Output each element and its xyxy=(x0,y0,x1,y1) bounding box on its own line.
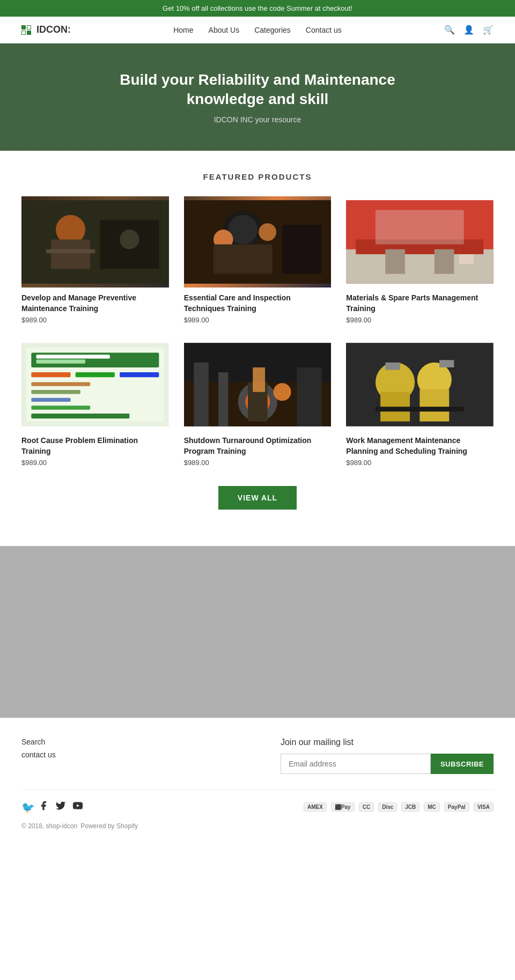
mailing-heading: Join our mailing list xyxy=(281,738,494,747)
svg-rect-41 xyxy=(297,367,321,426)
footer-link-search[interactable]: Search xyxy=(21,738,56,746)
svg-point-4 xyxy=(120,230,139,249)
hero-subtitle: IDCON INC your resource xyxy=(214,115,301,124)
product-title-5: Shutdown Turnaround Optimization Program… xyxy=(184,436,332,456)
product-price-1: $989.00 xyxy=(21,316,169,324)
email-form: SUBSCRIBE xyxy=(281,754,494,774)
youtube-icon[interactable] xyxy=(72,800,83,814)
payment-visa: VISA xyxy=(474,802,494,812)
product-card-5[interactable]: Shutdown Turnaround Optimization Program… xyxy=(184,339,332,467)
logo-text: IDCON: xyxy=(36,24,71,35)
view-all-button[interactable]: VIEW ALL xyxy=(218,486,297,510)
footer: Search contact us Join our mailing list … xyxy=(0,718,515,843)
svg-rect-5 xyxy=(46,249,95,253)
user-icon[interactable]: 👤 xyxy=(464,25,474,35)
svg-rect-11 xyxy=(214,245,273,274)
nav-about[interactable]: About Us xyxy=(209,26,240,34)
logo[interactable]: IDCON: xyxy=(21,24,71,35)
header-icons: 🔍 👤 🛒 xyxy=(444,25,494,35)
svg-rect-12 xyxy=(282,225,321,274)
featured-section: FEATURED PRODUCTS Develop and Manage Pre… xyxy=(0,151,515,546)
logo-icon xyxy=(21,25,33,35)
svg-rect-36 xyxy=(218,372,228,426)
svg-rect-25 xyxy=(31,372,70,377)
products-grid: Develop and Manage Preventive Maintenanc… xyxy=(21,196,494,467)
svg-rect-23 xyxy=(36,355,109,358)
payment-paypal: PayPal xyxy=(444,802,469,812)
powered-by: Powered by Shopify xyxy=(80,822,138,830)
svg-rect-31 xyxy=(31,406,90,410)
svg-rect-49 xyxy=(439,360,454,367)
product-image-4 xyxy=(21,339,169,430)
svg-rect-26 xyxy=(76,372,115,377)
hero-section: Build your Reliability and Maintenance k… xyxy=(0,43,515,151)
payment-apple: ⬛Pay xyxy=(331,802,355,812)
svg-rect-18 xyxy=(435,249,454,274)
svg-rect-48 xyxy=(386,363,400,370)
featured-title: FEATURED PRODUCTS xyxy=(21,172,494,181)
product-card-6[interactable]: Work Management Maintenance Planning and… xyxy=(346,339,494,467)
footer-copyright: © 2018, shop-idcon Powered by Shopify xyxy=(21,822,494,830)
search-icon[interactable]: 🔍 xyxy=(444,25,455,35)
copyright-text: © 2018, shop-idcon xyxy=(21,822,77,830)
svg-rect-19 xyxy=(459,254,474,264)
svg-rect-29 xyxy=(31,390,80,394)
footer-top: Search contact us Join our mailing list … xyxy=(21,738,494,774)
payment-mastercard: MC xyxy=(424,802,440,812)
svg-rect-35 xyxy=(194,363,208,426)
payment-discover: Disc xyxy=(378,802,397,812)
subscribe-button[interactable]: SUBSCRIBE xyxy=(431,754,494,774)
svg-point-40 xyxy=(273,383,291,401)
svg-rect-50 xyxy=(376,407,464,411)
payment-icons: AMEX ⬛Pay CC Disc JCB MC PayPal VISA xyxy=(304,802,494,812)
product-price-5: $989.00 xyxy=(184,459,332,467)
footer-mailing: Join our mailing list SUBSCRIBE xyxy=(281,738,494,774)
product-image-5 xyxy=(184,339,332,430)
nav-home[interactable]: Home xyxy=(173,26,193,34)
svg-rect-24 xyxy=(36,359,85,363)
nav-contact[interactable]: Contact us xyxy=(306,26,342,34)
gray-banner-section xyxy=(0,546,515,718)
product-image-6 xyxy=(346,339,494,430)
product-title-2: Essential Care and Inspection Techniques… xyxy=(184,293,332,314)
powered-by-link[interactable]: Powered by Shopify xyxy=(80,822,138,830)
product-image-1 xyxy=(21,196,169,288)
svg-rect-16 xyxy=(376,210,464,244)
cart-icon[interactable]: 🛒 xyxy=(483,25,494,35)
product-card-4[interactable]: Root Cause Problem Elimination Training … xyxy=(21,339,169,467)
footer-bottom: 🐦 AMEX ⬛Pay CC Disc JCB MC PayPal VISA xyxy=(21,789,494,814)
view-all-container: VIEW ALL xyxy=(21,486,494,510)
announcement-bar: Get 10% off all collections use the code… xyxy=(0,0,515,17)
svg-rect-30 xyxy=(31,398,70,402)
product-price-6: $989.00 xyxy=(346,459,494,467)
svg-point-10 xyxy=(259,223,276,241)
svg-rect-45 xyxy=(380,392,410,422)
product-title-1: Develop and Manage Preventive Maintenanc… xyxy=(21,293,169,314)
svg-rect-2 xyxy=(51,239,90,269)
hero-title: Build your Reliability and Maintenance k… xyxy=(97,70,418,109)
product-card-3[interactable]: Materials & Spare Parts Management Train… xyxy=(346,196,494,324)
svg-rect-32 xyxy=(31,414,129,418)
email-input[interactable] xyxy=(281,754,431,774)
main-nav: Home About Us Categories Contact us xyxy=(173,26,342,34)
product-price-3: $989.00 xyxy=(346,316,494,324)
payment-amex: AMEX xyxy=(304,802,327,812)
payment-cc: CC xyxy=(359,802,374,812)
product-image-2 xyxy=(184,196,332,288)
footer-links: Search contact us xyxy=(21,738,56,759)
footer-link-contact[interactable]: contact us xyxy=(21,750,56,759)
twitter-icon[interactable] xyxy=(55,800,66,814)
product-card-2[interactable]: Essential Care and Inspection Techniques… xyxy=(184,196,332,324)
facebook-icon[interactable]: 🐦 xyxy=(21,800,49,814)
svg-rect-47 xyxy=(420,389,450,422)
svg-rect-17 xyxy=(386,249,406,274)
payment-jcb: JCB xyxy=(401,802,420,812)
product-title-3: Materials & Spare Parts Management Train… xyxy=(346,293,494,314)
product-price-4: $989.00 xyxy=(21,459,169,467)
social-icons: 🐦 xyxy=(21,800,83,814)
header: IDCON: Home About Us Categories Contact … xyxy=(0,17,515,43)
nav-categories[interactable]: Categories xyxy=(254,26,291,34)
product-title-4: Root Cause Problem Elimination Training xyxy=(21,436,169,456)
product-image-3 xyxy=(346,196,494,288)
product-card-1[interactable]: Develop and Manage Preventive Maintenanc… xyxy=(21,196,169,324)
